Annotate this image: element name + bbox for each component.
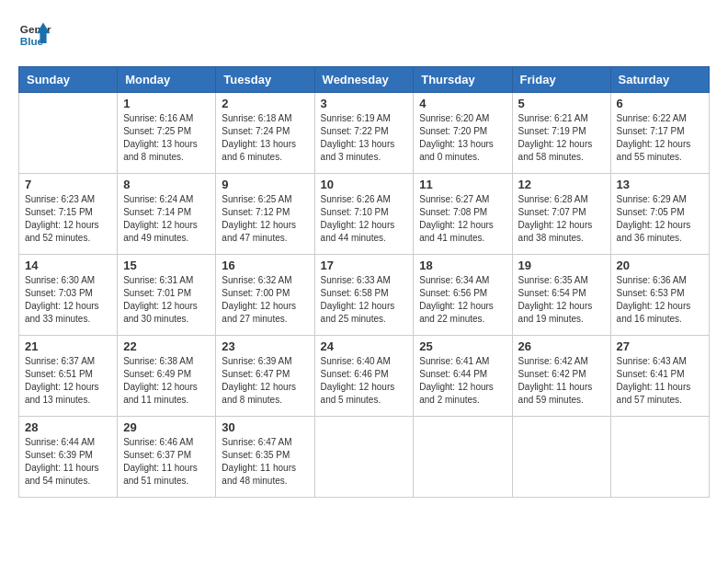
day-info: Sunrise: 6:47 AM Sunset: 6:35 PM Dayligh… [222,436,308,488]
calendar-header-wednesday: Wednesday [314,67,414,93]
day-info: Sunrise: 6:44 AM Sunset: 6:39 PM Dayligh… [25,436,111,488]
calendar-cell: 20Sunrise: 6:36 AM Sunset: 6:53 PM Dayli… [610,255,709,336]
day-number: 5 [518,97,605,110]
day-info: Sunrise: 6:38 AM Sunset: 6:49 PM Dayligh… [123,355,210,407]
day-info: Sunrise: 6:22 AM Sunset: 7:17 PM Dayligh… [617,112,703,164]
logo-icon: General Blue [18,18,51,52]
calendar-cell: 3Sunrise: 6:19 AM Sunset: 7:22 PM Daylig… [314,93,414,174]
calendar-cell [610,417,709,498]
calendar-cell: 11Sunrise: 6:27 AM Sunset: 7:08 PM Dayli… [414,174,512,255]
day-number: 22 [123,339,210,353]
calendar-cell: 10Sunrise: 6:26 AM Sunset: 7:10 PM Dayli… [314,174,414,255]
calendar-cell: 9Sunrise: 6:25 AM Sunset: 7:12 PM Daylig… [216,174,314,255]
day-number: 14 [25,259,111,272]
calendar-cell: 22Sunrise: 6:38 AM Sunset: 6:49 PM Dayli… [118,336,216,417]
day-number: 17 [321,259,408,272]
calendar-cell [414,417,512,498]
calendar-cell: 17Sunrise: 6:33 AM Sunset: 6:58 PM Dayli… [314,255,414,336]
day-number: 23 [222,339,308,353]
week-row-4: 21Sunrise: 6:37 AM Sunset: 6:51 PM Dayli… [19,336,710,417]
day-info: Sunrise: 6:26 AM Sunset: 7:10 PM Dayligh… [321,193,408,245]
day-number: 2 [222,97,308,110]
day-number: 4 [419,97,506,110]
day-number: 30 [222,420,308,434]
logo: General Blue [18,18,57,52]
day-info: Sunrise: 6:30 AM Sunset: 7:03 PM Dayligh… [25,274,111,326]
calendar-cell: 12Sunrise: 6:28 AM Sunset: 7:07 PM Dayli… [512,174,610,255]
calendar-cell: 23Sunrise: 6:39 AM Sunset: 6:47 PM Dayli… [216,336,314,417]
day-info: Sunrise: 6:27 AM Sunset: 7:08 PM Dayligh… [419,193,506,245]
calendar-table: SundayMondayTuesdayWednesdayThursdayFrid… [18,66,710,498]
calendar-cell: 1Sunrise: 6:16 AM Sunset: 7:25 PM Daylig… [118,93,216,174]
day-info: Sunrise: 6:24 AM Sunset: 7:14 PM Dayligh… [123,193,210,245]
day-number: 8 [123,178,210,191]
calendar-cell: 19Sunrise: 6:35 AM Sunset: 6:54 PM Dayli… [512,255,610,336]
day-info: Sunrise: 6:21 AM Sunset: 7:19 PM Dayligh… [518,112,605,164]
day-info: Sunrise: 6:33 AM Sunset: 6:58 PM Dayligh… [321,274,408,326]
day-info: Sunrise: 6:39 AM Sunset: 6:47 PM Dayligh… [222,355,308,407]
day-info: Sunrise: 6:35 AM Sunset: 6:54 PM Dayligh… [518,274,605,326]
calendar-header-thursday: Thursday [414,67,512,93]
calendar-cell: 16Sunrise: 6:32 AM Sunset: 7:00 PM Dayli… [216,255,314,336]
day-number: 19 [518,259,605,272]
calendar-cell: 26Sunrise: 6:42 AM Sunset: 6:42 PM Dayli… [512,336,610,417]
day-info: Sunrise: 6:32 AM Sunset: 7:00 PM Dayligh… [222,274,308,326]
week-row-3: 14Sunrise: 6:30 AM Sunset: 7:03 PM Dayli… [19,255,710,336]
calendar-cell: 27Sunrise: 6:43 AM Sunset: 6:41 PM Dayli… [610,336,709,417]
day-info: Sunrise: 6:36 AM Sunset: 6:53 PM Dayligh… [617,274,703,326]
day-number: 12 [518,178,605,191]
calendar-cell: 18Sunrise: 6:34 AM Sunset: 6:56 PM Dayli… [414,255,512,336]
day-number: 20 [617,259,703,272]
day-number: 10 [321,178,408,191]
day-number: 26 [518,339,605,353]
calendar-cell: 14Sunrise: 6:30 AM Sunset: 7:03 PM Dayli… [19,255,118,336]
calendar-cell: 7Sunrise: 6:23 AM Sunset: 7:15 PM Daylig… [19,174,118,255]
day-info: Sunrise: 6:40 AM Sunset: 6:46 PM Dayligh… [321,355,408,407]
day-number: 21 [25,339,111,353]
day-number: 6 [617,97,703,110]
calendar-header-sunday: Sunday [19,67,118,93]
day-number: 1 [123,97,210,110]
day-info: Sunrise: 6:28 AM Sunset: 7:07 PM Dayligh… [518,193,605,245]
calendar-cell: 24Sunrise: 6:40 AM Sunset: 6:46 PM Dayli… [314,336,414,417]
calendar-cell: 30Sunrise: 6:47 AM Sunset: 6:35 PM Dayli… [216,417,314,498]
calendar-header-tuesday: Tuesday [216,67,314,93]
calendar-cell: 29Sunrise: 6:46 AM Sunset: 6:37 PM Dayli… [118,417,216,498]
calendar-cell: 15Sunrise: 6:31 AM Sunset: 7:01 PM Dayli… [118,255,216,336]
day-number: 13 [617,178,703,191]
day-number: 24 [321,339,408,353]
day-number: 3 [321,97,408,110]
day-info: Sunrise: 6:29 AM Sunset: 7:05 PM Dayligh… [617,193,703,245]
week-row-2: 7Sunrise: 6:23 AM Sunset: 7:15 PM Daylig… [19,174,710,255]
calendar-cell [314,417,414,498]
day-info: Sunrise: 6:34 AM Sunset: 6:56 PM Dayligh… [419,274,506,326]
calendar-cell: 25Sunrise: 6:41 AM Sunset: 6:44 PM Dayli… [414,336,512,417]
calendar-cell: 8Sunrise: 6:24 AM Sunset: 7:14 PM Daylig… [118,174,216,255]
calendar-cell: 28Sunrise: 6:44 AM Sunset: 6:39 PM Dayli… [19,417,118,498]
calendar-cell [19,93,118,174]
day-number: 29 [123,420,210,434]
week-row-5: 28Sunrise: 6:44 AM Sunset: 6:39 PM Dayli… [19,417,710,498]
calendar-header-saturday: Saturday [610,67,709,93]
day-info: Sunrise: 6:25 AM Sunset: 7:12 PM Dayligh… [222,193,308,245]
day-number: 15 [123,259,210,272]
day-number: 25 [419,339,506,353]
calendar-header-monday: Monday [118,67,216,93]
day-info: Sunrise: 6:43 AM Sunset: 6:41 PM Dayligh… [617,355,703,407]
calendar-cell: 13Sunrise: 6:29 AM Sunset: 7:05 PM Dayli… [610,174,709,255]
page-header: General Blue [18,18,710,52]
day-info: Sunrise: 6:42 AM Sunset: 6:42 PM Dayligh… [518,355,605,407]
calendar-cell: 6Sunrise: 6:22 AM Sunset: 7:17 PM Daylig… [610,93,709,174]
calendar-cell: 21Sunrise: 6:37 AM Sunset: 6:51 PM Dayli… [19,336,118,417]
day-info: Sunrise: 6:31 AM Sunset: 7:01 PM Dayligh… [123,274,210,326]
calendar-cell: 4Sunrise: 6:20 AM Sunset: 7:20 PM Daylig… [414,93,512,174]
day-info: Sunrise: 6:37 AM Sunset: 6:51 PM Dayligh… [25,355,111,407]
calendar-cell: 2Sunrise: 6:18 AM Sunset: 7:24 PM Daylig… [216,93,314,174]
day-number: 11 [419,178,506,191]
day-info: Sunrise: 6:23 AM Sunset: 7:15 PM Dayligh… [25,193,111,245]
day-number: 9 [222,178,308,191]
calendar-header-friday: Friday [512,67,610,93]
week-row-1: 1Sunrise: 6:16 AM Sunset: 7:25 PM Daylig… [19,93,710,174]
day-info: Sunrise: 6:20 AM Sunset: 7:20 PM Dayligh… [419,112,506,164]
day-number: 28 [25,420,111,434]
